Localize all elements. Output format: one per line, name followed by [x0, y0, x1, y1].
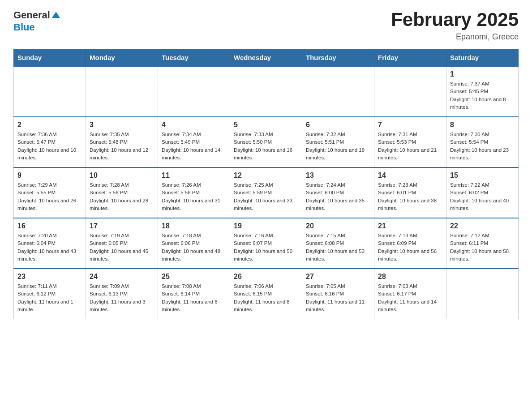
calendar-cell: 8Sunrise: 7:30 AM Sunset: 5:54 PM Daylig… [446, 117, 519, 167]
day-number: 4 [162, 121, 226, 129]
day-info: Sunrise: 7:33 AM Sunset: 5:50 PM Dayligh… [234, 131, 298, 162]
day-number: 11 [162, 171, 226, 180]
day-number: 27 [306, 273, 370, 281]
day-number: 6 [306, 121, 370, 129]
logo-general-text: General [13, 9, 50, 21]
day-number: 17 [90, 222, 154, 230]
day-info: Sunrise: 7:22 AM Sunset: 6:02 PM Dayligh… [450, 181, 515, 212]
calendar-cell: 19Sunrise: 7:16 AM Sunset: 6:07 PM Dayli… [230, 218, 302, 269]
day-info: Sunrise: 7:06 AM Sunset: 6:15 PM Dayligh… [234, 283, 298, 313]
day-number: 19 [234, 222, 298, 230]
calendar-cell: 4Sunrise: 7:34 AM Sunset: 5:49 PM Daylig… [158, 117, 230, 167]
calendar-cell: 12Sunrise: 7:25 AM Sunset: 5:59 PM Dayli… [230, 167, 302, 218]
day-number: 26 [234, 273, 298, 281]
day-info: Sunrise: 7:13 AM Sunset: 6:09 PM Dayligh… [378, 232, 442, 263]
calendar-week-row: 16Sunrise: 7:20 AM Sunset: 6:04 PM Dayli… [14, 218, 519, 269]
day-info: Sunrise: 7:03 AM Sunset: 6:17 PM Dayligh… [378, 283, 442, 313]
calendar-cell: 21Sunrise: 7:13 AM Sunset: 6:09 PM Dayli… [374, 218, 446, 269]
calendar-cell [374, 66, 446, 117]
day-info: Sunrise: 7:35 AM Sunset: 5:48 PM Dayligh… [90, 131, 154, 162]
day-number: 5 [234, 121, 298, 129]
calendar-cell: 5Sunrise: 7:33 AM Sunset: 5:50 PM Daylig… [230, 117, 302, 167]
calendar-cell [14, 66, 86, 117]
day-info: Sunrise: 7:18 AM Sunset: 6:06 PM Dayligh… [162, 232, 226, 263]
calendar-cell: 24Sunrise: 7:09 AM Sunset: 6:13 PM Dayli… [86, 269, 158, 319]
day-of-week-header: Monday [86, 49, 158, 67]
day-info: Sunrise: 7:34 AM Sunset: 5:49 PM Dayligh… [162, 131, 226, 162]
day-info: Sunrise: 7:24 AM Sunset: 6:00 PM Dayligh… [306, 181, 370, 212]
calendar-cell: 27Sunrise: 7:05 AM Sunset: 6:16 PM Dayli… [302, 269, 374, 319]
day-of-week-header: Wednesday [230, 49, 302, 67]
day-info: Sunrise: 7:26 AM Sunset: 5:58 PM Dayligh… [162, 181, 226, 212]
day-info: Sunrise: 7:15 AM Sunset: 6:08 PM Dayligh… [306, 232, 370, 263]
calendar-week-row: 23Sunrise: 7:11 AM Sunset: 6:12 PM Dayli… [14, 269, 519, 319]
title-section: February 2025 Epanomi, Greece [391, 9, 519, 42]
day-info: Sunrise: 7:28 AM Sunset: 5:56 PM Dayligh… [90, 181, 154, 212]
calendar-cell: 6Sunrise: 7:32 AM Sunset: 5:51 PM Daylig… [302, 117, 374, 167]
calendar-cell: 10Sunrise: 7:28 AM Sunset: 5:56 PM Dayli… [86, 167, 158, 218]
day-info: Sunrise: 7:05 AM Sunset: 6:16 PM Dayligh… [306, 283, 370, 313]
day-number: 3 [90, 121, 154, 129]
svg-marker-0 [52, 12, 60, 18]
calendar-header-row: SundayMondayTuesdayWednesdayThursdayFrid… [14, 49, 519, 67]
calendar-cell: 1Sunrise: 7:37 AM Sunset: 5:45 PM Daylig… [446, 66, 519, 117]
day-number: 21 [378, 222, 442, 230]
day-info: Sunrise: 7:08 AM Sunset: 6:14 PM Dayligh… [162, 283, 226, 313]
day-info: Sunrise: 7:23 AM Sunset: 6:01 PM Dayligh… [378, 181, 442, 212]
day-info: Sunrise: 7:11 AM Sunset: 6:12 PM Dayligh… [17, 283, 82, 313]
logo-blue-text: Blue [13, 21, 35, 33]
calendar-cell: 11Sunrise: 7:26 AM Sunset: 5:58 PM Dayli… [158, 167, 230, 218]
calendar-cell: 15Sunrise: 7:22 AM Sunset: 6:02 PM Dayli… [446, 167, 519, 218]
page-header: General Blue February 2025 Epanomi, Gree… [13, 9, 519, 42]
day-info: Sunrise: 7:12 AM Sunset: 6:11 PM Dayligh… [450, 232, 515, 263]
day-number: 10 [90, 171, 154, 180]
calendar-cell: 20Sunrise: 7:15 AM Sunset: 6:08 PM Dayli… [302, 218, 374, 269]
calendar-cell [446, 269, 519, 319]
day-number: 16 [17, 222, 82, 230]
calendar-cell: 17Sunrise: 7:19 AM Sunset: 6:05 PM Dayli… [86, 218, 158, 269]
calendar-cell [86, 66, 158, 117]
calendar-week-row: 2Sunrise: 7:36 AM Sunset: 5:47 PM Daylig… [14, 117, 519, 167]
day-number: 14 [378, 171, 442, 180]
day-of-week-header: Tuesday [158, 49, 230, 67]
day-info: Sunrise: 7:25 AM Sunset: 5:59 PM Dayligh… [234, 181, 298, 212]
calendar-cell: 26Sunrise: 7:06 AM Sunset: 6:15 PM Dayli… [230, 269, 302, 319]
calendar-week-row: 1Sunrise: 7:37 AM Sunset: 5:45 PM Daylig… [14, 66, 519, 117]
calendar-subtitle: Epanomi, Greece [391, 32, 519, 42]
day-of-week-header: Sunday [14, 49, 86, 67]
day-number: 8 [450, 121, 515, 129]
calendar-cell: 9Sunrise: 7:29 AM Sunset: 5:55 PM Daylig… [14, 167, 86, 218]
day-number: 28 [378, 273, 442, 281]
logo: General Blue [13, 9, 61, 33]
day-info: Sunrise: 7:30 AM Sunset: 5:54 PM Dayligh… [450, 131, 515, 162]
calendar-week-row: 9Sunrise: 7:29 AM Sunset: 5:55 PM Daylig… [14, 167, 519, 218]
day-info: Sunrise: 7:09 AM Sunset: 6:13 PM Dayligh… [90, 283, 154, 313]
day-number: 12 [234, 171, 298, 180]
calendar-cell: 25Sunrise: 7:08 AM Sunset: 6:14 PM Dayli… [158, 269, 230, 319]
calendar-cell: 28Sunrise: 7:03 AM Sunset: 6:17 PM Dayli… [374, 269, 446, 319]
logo-triangle-icon [51, 10, 61, 20]
calendar-cell [158, 66, 230, 117]
calendar-cell: 13Sunrise: 7:24 AM Sunset: 6:00 PM Dayli… [302, 167, 374, 218]
day-number: 24 [90, 273, 154, 281]
day-number: 20 [306, 222, 370, 230]
day-info: Sunrise: 7:16 AM Sunset: 6:07 PM Dayligh… [234, 232, 298, 263]
day-info: Sunrise: 7:19 AM Sunset: 6:05 PM Dayligh… [90, 232, 154, 263]
day-number: 15 [450, 171, 515, 180]
day-number: 25 [162, 273, 226, 281]
calendar-cell: 18Sunrise: 7:18 AM Sunset: 6:06 PM Dayli… [158, 218, 230, 269]
day-of-week-header: Saturday [446, 49, 519, 67]
day-of-week-header: Thursday [302, 49, 374, 67]
day-info: Sunrise: 7:20 AM Sunset: 6:04 PM Dayligh… [17, 232, 82, 263]
day-number: 2 [17, 121, 82, 129]
day-number: 18 [162, 222, 226, 230]
day-number: 22 [450, 222, 515, 230]
calendar-title: February 2025 [391, 9, 519, 30]
calendar-cell: 3Sunrise: 7:35 AM Sunset: 5:48 PM Daylig… [86, 117, 158, 167]
day-info: Sunrise: 7:32 AM Sunset: 5:51 PM Dayligh… [306, 131, 370, 162]
calendar-cell [230, 66, 302, 117]
day-number: 23 [17, 273, 82, 281]
calendar-table: SundayMondayTuesdayWednesdayThursdayFrid… [13, 49, 519, 319]
day-number: 1 [450, 70, 515, 78]
calendar-cell: 22Sunrise: 7:12 AM Sunset: 6:11 PM Dayli… [446, 218, 519, 269]
